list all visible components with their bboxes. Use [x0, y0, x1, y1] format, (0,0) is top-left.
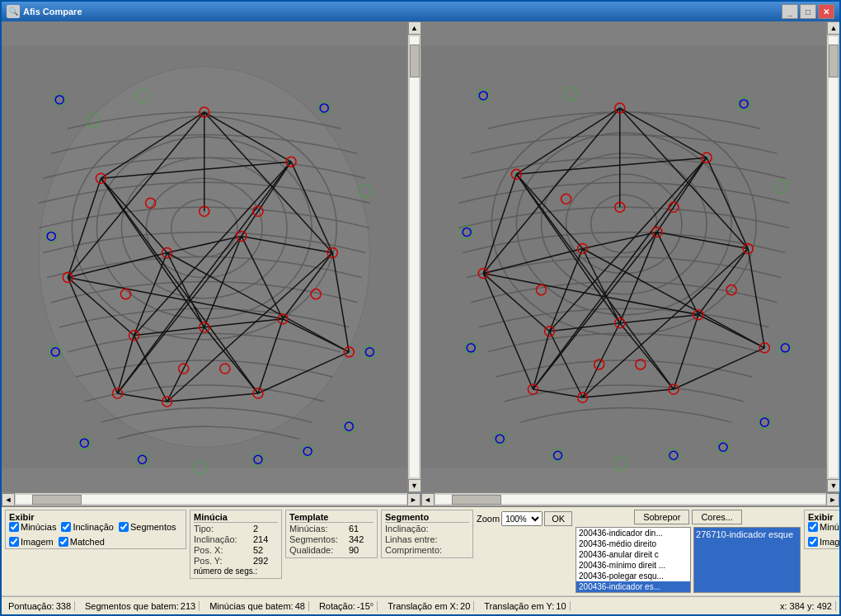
coords-status: x: 384 y: 492 — [777, 601, 836, 611]
list-item-6[interactable]: 200436-médio esqu... — [576, 592, 690, 593]
translacao-y-status: Translação em Y: 10 — [481, 601, 570, 611]
right-vscroll-thumb[interactable] — [829, 45, 839, 78]
left-fp-svg — [2, 21, 407, 492]
list-item-4[interactable]: 200436-polegar esqu... — [576, 571, 690, 581]
list-item-3[interactable]: 200436-mínimo direit ... — [576, 560, 690, 571]
right-fp-canvas — [421, 21, 827, 492]
left-inclinacao-check[interactable]: Inclinação — [61, 522, 114, 532]
right-vscroll-up[interactable]: ▲ — [827, 21, 839, 35]
left-ok-button[interactable]: OK — [544, 511, 572, 526]
left-zoom-row: Zoom 100% 50% 200% OK — [477, 511, 572, 526]
left-vscrollbar: ▲ ▼ — [407, 21, 420, 492]
right-fp-svg — [421, 21, 827, 492]
list-item-5[interactable]: 200436-indicador es... — [576, 581, 690, 592]
left-minucia-section: Minúcia Tipo:2 Inclinação:214 Pos. X:52 … — [190, 510, 282, 579]
close-button[interactable]: ✕ — [818, 4, 834, 19]
left-list-box[interactable]: 200436-indicador din... 200436-médio dir… — [576, 527, 691, 593]
left-template-section: Template Minúcias:61 Segmentos:342 Quali… — [285, 510, 378, 558]
left-hscroll-right[interactable]: ► — [407, 493, 420, 505]
right-minucias-check[interactable]: Minúcias — [808, 522, 841, 532]
left-exibir-section: Exibir Minúcias Inclinação Segmentos I — [5, 510, 186, 549]
list-item-2[interactable]: 200436-anular direit c — [576, 549, 690, 560]
bottom-panel: Exibir Minúcias Inclinação Segmentos I — [2, 505, 839, 614]
middle-section: Sobrepor Cores... 200436-indicador din..… — [576, 510, 801, 593]
right-bottom-info: Exibir Minúcias Inclinação Segmentos I — [804, 510, 841, 579]
right-hscroll-right[interactable]: ► — [826, 493, 839, 505]
left-imagem-check[interactable]: Imagem — [9, 537, 54, 547]
minimize-button[interactable]: _ — [782, 4, 798, 19]
sobrepor-button[interactable]: Sobrepor — [634, 510, 689, 524]
right-fingerprint-panel: ▲ ▼ ◄ ► — [421, 21, 840, 505]
list-boxes: 200436-indicador din... 200436-médio dir… — [576, 527, 801, 593]
left-vscroll-up[interactable]: ▲ — [408, 21, 420, 35]
action-buttons: Sobrepor Cores... — [634, 510, 742, 524]
right-exibir-label: Exibir — [808, 512, 841, 522]
left-hscroll-left[interactable]: ◄ — [2, 493, 15, 505]
window-title: Afis Compare — [23, 7, 82, 16]
right-hscroll-thumb[interactable] — [452, 495, 501, 505]
left-segmento-section: Segmento Inclinação: Linhas entre: Compr… — [381, 510, 473, 558]
right-hscrollbar: ◄ ► — [421, 492, 840, 505]
left-hscroll-thumb[interactable] — [32, 495, 82, 505]
status-bar: Pontuação: 338 Segmentos que batem: 213 … — [2, 596, 839, 614]
left-minucia-title: Minúcia — [194, 512, 278, 523]
right-hscroll-left[interactable]: ◄ — [421, 493, 435, 505]
right-vscroll-down[interactable]: ▼ — [827, 479, 839, 492]
title-bar: 🔍 Afis Compare _ □ ✕ — [2, 2, 839, 21]
left-exibir-label: Exibir — [9, 512, 182, 522]
left-zoom-section: Zoom 100% 50% 200% OK — [477, 510, 572, 526]
maximize-button[interactable]: □ — [800, 4, 816, 19]
pontuacao-status: Pontuação: 338 — [5, 601, 75, 611]
main-window: 🔍 Afis Compare _ □ ✕ — [0, 0, 841, 616]
left-minucias-check[interactable]: Minúcias — [9, 522, 56, 532]
left-segmentos-check[interactable]: Segmentos — [119, 522, 176, 532]
title-controls: _ □ ✕ — [782, 4, 834, 19]
right-exibir-section: Exibir Minúcias Inclinação Segmentos I — [804, 510, 841, 549]
left-bottom-info: Exibir Minúcias Inclinação Segmentos I — [5, 510, 572, 579]
right-list-box[interactable]: 276710-indicador esque — [693, 527, 801, 593]
left-zoom-select[interactable]: 100% 50% 200% — [501, 511, 543, 526]
segmentos-batem-status: Segmentos que batem: 213 — [82, 601, 200, 611]
right-image-check[interactable]: Image — [808, 537, 841, 547]
rotacao-status: Rotação: -15° — [316, 601, 378, 611]
app-icon: 🔍 — [7, 5, 20, 18]
right-vscrollbar: ▲ ▼ — [826, 21, 839, 492]
translacao-x-status: Translação em X: 20 — [384, 601, 474, 611]
left-vscroll-down[interactable]: ▼ — [408, 479, 420, 492]
minucias-batem-status: Minúcias que batem: 48 — [206, 601, 309, 611]
left-hscrollbar: ◄ ► — [2, 492, 420, 505]
left-fp-canvas — [2, 21, 407, 492]
left-matched-check[interactable]: Matched — [59, 537, 105, 547]
left-checkboxes: Minúcias Inclinação Segmentos Imagem — [9, 522, 182, 547]
cores-button[interactable]: Cores... — [692, 510, 742, 524]
right-checkboxes: Minúcias Inclinação Segmentos Image — [808, 522, 841, 547]
left-fingerprint-panel: ▲ ▼ ◄ ► — [2, 21, 421, 505]
list-item-1[interactable]: 200436-médio direito — [576, 538, 690, 549]
list-item-0[interactable]: 200436-indicador din... — [576, 528, 690, 538]
fingerprint-area: ▲ ▼ ◄ ► — [2, 21, 839, 505]
left-vscroll-thumb[interactable] — [410, 45, 420, 78]
